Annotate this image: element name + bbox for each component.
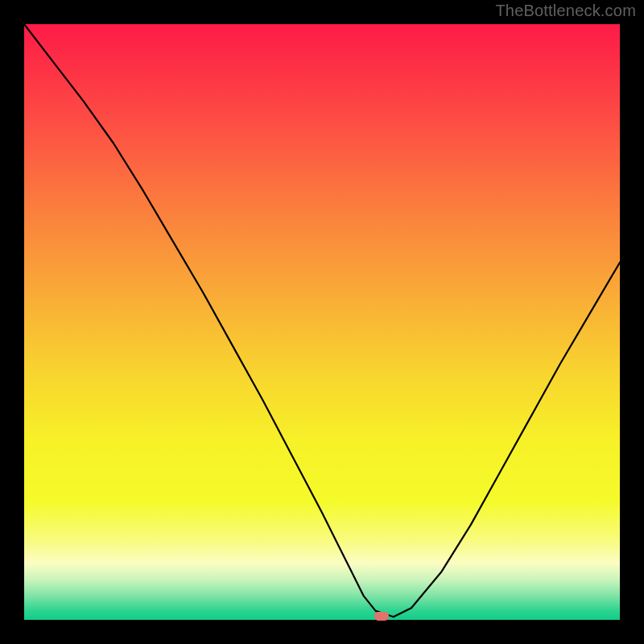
bottleneck-chart — [0, 0, 644, 644]
chart-container: TheBottleneck.com — [0, 0, 644, 644]
attribution-label: TheBottleneck.com — [495, 2, 636, 20]
plot-background — [24, 24, 620, 620]
highlight-marker — [374, 612, 389, 621]
